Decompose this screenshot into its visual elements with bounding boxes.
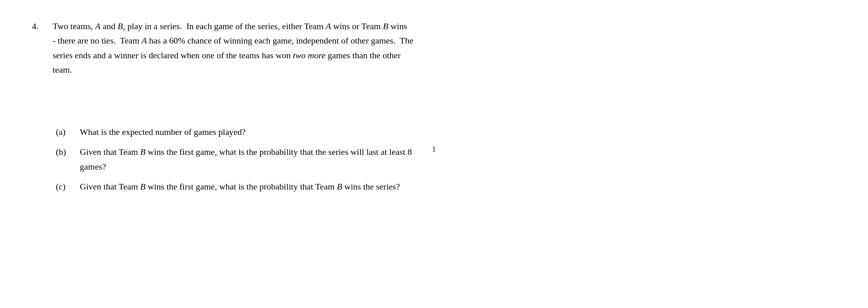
subpart-b-text: Given that Team B wins the first game, w… xyxy=(80,145,836,174)
team-a-2: A xyxy=(326,21,331,31)
subparts-container: (a) What is the expected number of games… xyxy=(32,125,836,194)
subpart-b-label: (b) xyxy=(56,145,80,159)
subpart-c-content: Given that Team B wins the first game, w… xyxy=(80,180,836,194)
team-b-part-c-1: B xyxy=(140,182,145,192)
subpart-c-label: (c) xyxy=(56,180,80,193)
subpart-b: (b) Given that Team B wins the first gam… xyxy=(56,145,836,174)
problem-4: 4. Two teams, A and B, play in a series.… xyxy=(32,19,836,77)
subpart-c-text: Given that Team B wins the first game, w… xyxy=(80,180,836,194)
italic-two: two more xyxy=(293,50,326,60)
team-b-part-b: B xyxy=(140,147,145,157)
team-b-2: B xyxy=(383,21,388,31)
problem-text: Two teams, A and B, play in a series. In… xyxy=(53,19,836,77)
problem-paragraph: Two teams, A and B, play in a series. In… xyxy=(53,19,836,77)
subpart-b-content: Given that Team B wins the first game, w… xyxy=(80,145,836,174)
subpart-a-content: What is the expected number of games pla… xyxy=(80,125,836,139)
team-b-1: B xyxy=(118,21,123,31)
team-a-1: A xyxy=(95,21,101,31)
problem-number: 4. xyxy=(32,19,53,77)
page-number: 1 xyxy=(432,144,436,155)
subpart-a: (a) What is the expected number of games… xyxy=(56,125,836,139)
subpart-c: (c) Given that Team B wins the first gam… xyxy=(56,180,836,194)
team-a-3: A xyxy=(142,36,147,45)
subpart-a-text: What is the expected number of games pla… xyxy=(80,125,836,139)
subpart-a-label: (a) xyxy=(56,125,80,139)
team-b-part-c-2: B xyxy=(337,182,342,192)
page: 4. Two teams, A and B, play in a series.… xyxy=(0,0,868,308)
